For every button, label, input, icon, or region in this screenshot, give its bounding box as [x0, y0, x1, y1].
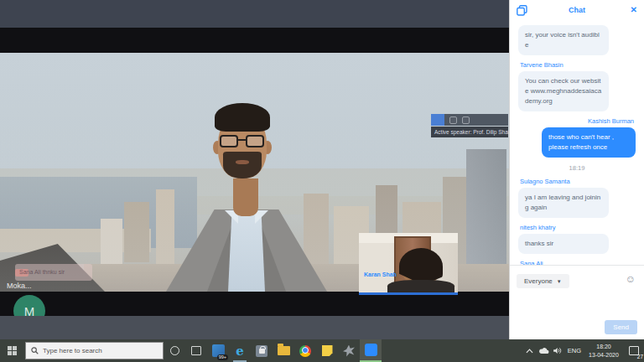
- chat-sender-name: Kashish Burman: [520, 117, 634, 125]
- clock-date: 13-04-2020: [584, 351, 624, 359]
- chat-message: thanks sir: [518, 234, 609, 254]
- thumbnail-name-label: Karan Shah: [364, 272, 397, 277]
- participant-name-label: Moka...: [7, 282, 32, 290]
- speaker-shirt: [228, 214, 265, 292]
- clock-time: 18:20: [584, 343, 624, 350]
- meeting-topbar: [0, 0, 509, 28]
- cortana-icon: [170, 346, 179, 355]
- recipient-label: Everyone: [524, 277, 553, 285]
- chat-composer: Everyone ▼ ☺ Send: [510, 265, 644, 339]
- tray-chevron-button[interactable]: [522, 339, 537, 362]
- volume-tray-button[interactable]: [551, 339, 565, 362]
- chat-message-list[interactable]: sir, your voice isn't audible Tarvene Bh…: [510, 23, 644, 265]
- snip-icon: [343, 345, 355, 357]
- chat-title: Chat: [510, 6, 644, 14]
- chat-input[interactable]: [517, 291, 637, 323]
- active-speaker-overlay: Active speaker: Prof. Dilip Shah: [431, 114, 508, 137]
- speaker-glasses: [246, 135, 264, 147]
- chat-header: Chat ✕: [510, 0, 644, 22]
- app-icon-meeting-active[interactable]: [360, 339, 382, 362]
- thumbnail-person-shoulders: [387, 280, 454, 295]
- taskbar: 99+ e: [0, 339, 644, 362]
- chat-message: ya I am leaving and joining again: [518, 188, 609, 218]
- start-button[interactable]: [0, 339, 25, 362]
- chevron-up-icon: [526, 349, 533, 354]
- app-icon-store[interactable]: [251, 339, 273, 362]
- chat-timestamp: 18:19: [518, 164, 636, 172]
- search-input[interactable]: [43, 347, 143, 354]
- system-tray: ENG 18:20 13-04-2020 27: [522, 339, 644, 362]
- task-view-button[interactable]: [185, 339, 207, 362]
- chat-sender-name: nitesh khatry: [520, 224, 636, 231]
- video-settings-icon[interactable]: [449, 116, 457, 124]
- recipient-dropdown[interactable]: Everyone ▼: [517, 274, 569, 288]
- speaker-glasses-bridge: [237, 139, 247, 141]
- speaker-glasses: [220, 135, 238, 147]
- chat-sender-name: Tarvene Bhasin: [520, 61, 636, 69]
- speaker-icon: [553, 347, 563, 354]
- action-center-button[interactable]: 27: [624, 339, 644, 362]
- chevron-down-icon: ▼: [557, 279, 562, 284]
- sticky-notes-icon: [322, 345, 333, 356]
- folder-icon: [278, 346, 290, 355]
- speaker-hair: [215, 103, 270, 132]
- meeting-window: Sana Ali thnku sir Moka... Active speake…: [0, 0, 509, 339]
- app-icon-chrome[interactable]: [294, 339, 316, 362]
- search-icon: [31, 347, 39, 354]
- chat-message: You can check our website www.meghnaddes…: [518, 71, 609, 111]
- meeting-app-icon: [365, 344, 377, 356]
- task-view-icon: [191, 346, 201, 355]
- speaker-view-button[interactable]: [431, 114, 444, 126]
- speaker-mouth: [236, 160, 249, 164]
- app-icon-sticky-notes[interactable]: [316, 339, 338, 362]
- screen: Sana Ali thnku sir Moka... Active speake…: [0, 0, 644, 362]
- close-icon[interactable]: ✕: [631, 5, 637, 14]
- meeting-bottom-strip: [0, 316, 509, 339]
- video-overlay-toolbar: [431, 114, 508, 126]
- app-icon-edge[interactable]: e: [229, 339, 251, 362]
- taskbar-clock[interactable]: 18:20 13-04-2020: [584, 343, 624, 358]
- app-icon-messages[interactable]: 99+: [207, 339, 229, 362]
- active-speaker-label: Active speaker: Prof. Dilip Shah: [431, 127, 508, 137]
- speaker-beard: [223, 152, 262, 178]
- speaker-neck: [233, 178, 258, 216]
- chat-toast: Sana Ali thnku sir: [15, 264, 92, 281]
- app-icon-file-explorer[interactable]: [273, 339, 294, 362]
- language-indicator[interactable]: ENG: [565, 347, 584, 354]
- cortana-button[interactable]: [164, 339, 185, 362]
- chat-panel: Chat ✕ sir, your voice isn't audible Tar…: [509, 0, 644, 339]
- app-icon-snip[interactable]: [338, 339, 360, 362]
- emoji-icon[interactable]: ☺: [626, 273, 636, 285]
- onedrive-tray-button[interactable]: [537, 339, 551, 362]
- chat-message: sir, your voice isn't audible: [518, 25, 609, 55]
- chrome-icon: [299, 345, 311, 357]
- recipient-row: Everyone ▼ ☺: [517, 272, 637, 287]
- chat-message-own: those who can't hear , please refresh on…: [542, 127, 636, 158]
- store-bag-icon: [259, 349, 265, 354]
- store-icon: [256, 345, 267, 357]
- notification-badge: 99+: [217, 354, 228, 361]
- cloud-icon: [538, 348, 549, 354]
- windows-logo-icon: [8, 346, 18, 356]
- send-button[interactable]: Send: [605, 320, 637, 334]
- pin-video-icon[interactable]: [462, 116, 470, 124]
- chat-sender-name: Sulagno Samanta: [520, 178, 636, 185]
- taskbar-search[interactable]: [25, 342, 164, 359]
- edge-icon: e: [236, 344, 244, 359]
- action-center-badge: 27: [637, 354, 643, 359]
- participant-thumbnail[interactable]: Karan Shah: [359, 233, 458, 295]
